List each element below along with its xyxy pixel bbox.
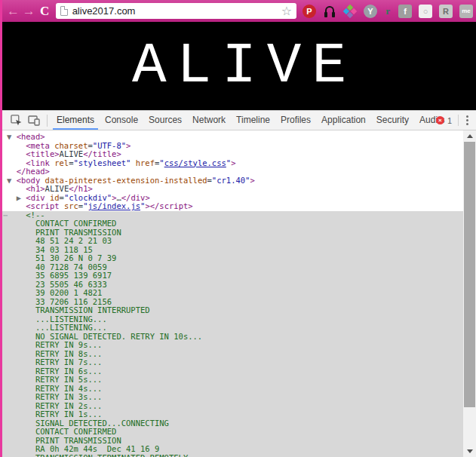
headphones-extension-icon[interactable]	[323, 5, 336, 18]
scrollbar[interactable]	[463, 130, 476, 457]
letter-r-extension-icon[interactable]: R	[439, 5, 453, 18]
tab-profiles[interactable]: Profiles	[275, 111, 316, 130]
tab-security[interactable]: Security	[371, 111, 414, 130]
tree-line[interactable]: <link rel="stylesheet" href="css/style.c…	[2, 159, 463, 168]
scrollbar-thumb[interactable]	[464, 142, 475, 407]
devtools-tabbar-right: × 1	[436, 111, 470, 130]
elements-tree-content: ▼ <head> <meta charset="UTF-8"> <title>A…	[2, 130, 476, 457]
toolbar-separator	[47, 115, 48, 127]
browser-window: ← → C alive2017.com ☆ PYrf○Rme ALIVE	[0, 0, 476, 457]
url-text[interactable]: alive2017.com	[72, 5, 281, 17]
r-mini-extension-icon[interactable]: r	[384, 5, 392, 18]
error-count: 1	[447, 116, 452, 125]
reload-button[interactable]: C	[37, 4, 53, 19]
tab-elements[interactable]: Elements	[51, 111, 100, 130]
bookmark-star-icon[interactable]: ☆	[281, 5, 292, 17]
tree-line[interactable]: <script src="js/index.js"></script>	[2, 202, 463, 211]
tabbar-separator	[458, 115, 459, 126]
jar-extension-icon[interactable]: ○	[419, 5, 432, 18]
me-extension-icon[interactable]: me	[459, 5, 473, 18]
scroll-down-button[interactable]	[463, 446, 476, 457]
dom-tree: ▼ <head> <meta charset="UTF-8"> <title>A…	[2, 130, 463, 457]
inspect-element-icon[interactable]	[7, 112, 25, 130]
page-viewport: ALIVE	[2, 22, 476, 110]
back-button[interactable]: ←	[5, 0, 21, 22]
device-toolbar-icon[interactable]	[25, 112, 43, 130]
forward-button[interactable]: →	[21, 0, 37, 22]
devtools-panel: ElementsConsoleSourcesNetworkTimelinePro…	[2, 110, 476, 457]
facebook-gray-extension-icon[interactable]: f	[398, 5, 412, 18]
tree-line[interactable]: TRANSMISSION TERMINATED REMOTELY	[2, 454, 463, 457]
tab-timeline[interactable]: Timeline	[231, 111, 275, 130]
error-icon: ×	[436, 116, 444, 124]
devtools-tabs: ElementsConsoleSourcesNetworkTimelinePro…	[51, 111, 450, 130]
page-title: ALIVE	[132, 34, 357, 99]
pinterest-extension-icon[interactable]: P	[302, 5, 316, 18]
page-icon	[60, 6, 68, 16]
address-bar[interactable]: alive2017.com ☆	[56, 3, 296, 19]
tab-console[interactable]: Console	[100, 111, 143, 130]
tab-sources[interactable]: Sources	[143, 111, 187, 130]
browser-toolbar: ← → C alive2017.com ☆ PYrf○Rme	[2, 0, 476, 22]
tab-application[interactable]: Application	[316, 111, 371, 130]
devtools-menu-icon[interactable]	[465, 114, 470, 127]
scroll-up-button[interactable]	[463, 130, 476, 142]
error-badge[interactable]: × 1	[436, 116, 452, 125]
yahoo-extension-icon[interactable]: Y	[364, 5, 377, 18]
devtools-tabbar: ElementsConsoleSourcesNetworkTimelinePro…	[2, 111, 476, 130]
tab-network[interactable]: Network	[187, 111, 231, 130]
color-diamond-extension-icon[interactable]	[343, 5, 357, 18]
extension-row: PYrf○Rme	[302, 5, 473, 18]
